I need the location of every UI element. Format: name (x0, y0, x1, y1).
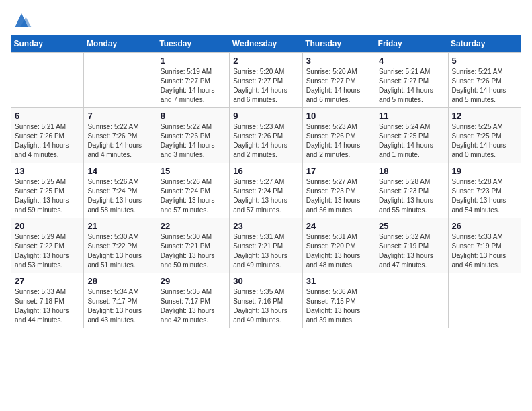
day-header-sunday: Sunday (11, 35, 84, 53)
day-number: 12 (452, 111, 517, 121)
calendar-cell: 29Sunrise: 5:35 AM Sunset: 7:17 PM Dayli… (157, 273, 229, 328)
day-number: 21 (87, 221, 152, 231)
calendar-cell: 23Sunrise: 5:31 AM Sunset: 7:21 PM Dayli… (230, 218, 302, 273)
day-detail: Sunrise: 5:22 AM Sunset: 7:26 PM Dayligh… (87, 122, 152, 160)
day-number: 17 (306, 166, 371, 176)
day-detail: Sunrise: 5:34 AM Sunset: 7:17 PM Dayligh… (87, 287, 152, 325)
day-number: 10 (306, 111, 371, 121)
calendar-cell: 16Sunrise: 5:27 AM Sunset: 7:24 PM Dayli… (230, 163, 302, 218)
day-detail: Sunrise: 5:33 AM Sunset: 7:19 PM Dayligh… (452, 232, 517, 270)
day-detail: Sunrise: 5:35 AM Sunset: 7:16 PM Dayligh… (233, 287, 298, 325)
day-number: 29 (161, 276, 226, 286)
day-detail: Sunrise: 5:25 AM Sunset: 7:25 PM Dayligh… (452, 122, 517, 160)
day-detail: Sunrise: 5:29 AM Sunset: 7:22 PM Dayligh… (15, 232, 80, 270)
day-detail: Sunrise: 5:28 AM Sunset: 7:23 PM Dayligh… (452, 177, 517, 215)
calendar-table: SundayMondayTuesdayWednesdayThursdayFrid… (11, 35, 521, 328)
day-detail: Sunrise: 5:27 AM Sunset: 7:24 PM Dayligh… (233, 177, 298, 215)
calendar-cell: 6Sunrise: 5:21 AM Sunset: 7:26 PM Daylig… (11, 108, 84, 163)
day-number: 9 (233, 111, 298, 121)
calendar-week-5: 27Sunrise: 5:33 AM Sunset: 7:18 PM Dayli… (11, 273, 521, 328)
calendar-cell: 27Sunrise: 5:33 AM Sunset: 7:18 PM Dayli… (11, 273, 84, 328)
day-number: 8 (161, 111, 226, 121)
calendar-cell: 21Sunrise: 5:30 AM Sunset: 7:22 PM Dayli… (84, 218, 157, 273)
day-number: 18 (379, 166, 444, 176)
calendar-week-4: 20Sunrise: 5:29 AM Sunset: 7:22 PM Dayli… (11, 218, 521, 273)
day-detail: Sunrise: 5:25 AM Sunset: 7:25 PM Dayligh… (15, 177, 80, 215)
calendar-cell (448, 273, 521, 328)
day-number: 15 (161, 166, 226, 176)
day-detail: Sunrise: 5:32 AM Sunset: 7:19 PM Dayligh… (379, 232, 444, 270)
day-number: 28 (87, 276, 152, 286)
day-detail: Sunrise: 5:26 AM Sunset: 7:24 PM Dayligh… (87, 177, 152, 215)
day-detail: Sunrise: 5:27 AM Sunset: 7:23 PM Dayligh… (306, 177, 371, 215)
logo (11, 11, 35, 30)
day-number: 25 (379, 221, 444, 231)
day-number: 31 (306, 276, 371, 286)
calendar-cell: 11Sunrise: 5:24 AM Sunset: 7:25 PM Dayli… (375, 108, 448, 163)
day-detail: Sunrise: 5:31 AM Sunset: 7:21 PM Dayligh… (233, 232, 298, 270)
calendar-cell: 15Sunrise: 5:26 AM Sunset: 7:24 PM Dayli… (157, 163, 229, 218)
day-number: 20 (15, 221, 80, 231)
calendar-cell (11, 53, 84, 108)
calendar-cell (84, 53, 157, 108)
calendar-cell: 10Sunrise: 5:23 AM Sunset: 7:26 PM Dayli… (302, 108, 375, 163)
day-detail: Sunrise: 5:21 AM Sunset: 7:26 PM Dayligh… (452, 67, 517, 105)
day-detail: Sunrise: 5:20 AM Sunset: 7:27 PM Dayligh… (233, 67, 298, 105)
day-number: 23 (233, 221, 298, 231)
day-number: 30 (233, 276, 298, 286)
logo-icon (11, 11, 32, 30)
calendar-week-3: 13Sunrise: 5:25 AM Sunset: 7:25 PM Dayli… (11, 163, 521, 218)
calendar-cell: 9Sunrise: 5:23 AM Sunset: 7:26 PM Daylig… (230, 108, 302, 163)
calendar-cell: 2Sunrise: 5:20 AM Sunset: 7:27 PM Daylig… (230, 53, 302, 108)
calendar-cell: 13Sunrise: 5:25 AM Sunset: 7:25 PM Dayli… (11, 163, 84, 218)
day-number: 26 (452, 221, 517, 231)
day-detail: Sunrise: 5:22 AM Sunset: 7:26 PM Dayligh… (161, 122, 226, 160)
calendar-cell: 19Sunrise: 5:28 AM Sunset: 7:23 PM Dayli… (448, 163, 521, 218)
calendar-cell: 8Sunrise: 5:22 AM Sunset: 7:26 PM Daylig… (157, 108, 229, 163)
day-detail: Sunrise: 5:28 AM Sunset: 7:23 PM Dayligh… (379, 177, 444, 215)
day-number: 14 (87, 166, 152, 176)
day-number: 22 (161, 221, 226, 231)
calendar-cell: 30Sunrise: 5:35 AM Sunset: 7:16 PM Dayli… (230, 273, 302, 328)
day-header-friday: Friday (375, 35, 448, 53)
calendar-cell (375, 273, 448, 328)
day-number: 16 (233, 166, 298, 176)
day-detail: Sunrise: 5:20 AM Sunset: 7:27 PM Dayligh… (306, 67, 371, 105)
calendar-cell: 12Sunrise: 5:25 AM Sunset: 7:25 PM Dayli… (448, 108, 521, 163)
day-number: 24 (306, 221, 371, 231)
day-number: 11 (379, 111, 444, 121)
calendar-cell: 5Sunrise: 5:21 AM Sunset: 7:26 PM Daylig… (448, 53, 521, 108)
calendar-cell: 22Sunrise: 5:30 AM Sunset: 7:21 PM Dayli… (157, 218, 229, 273)
day-detail: Sunrise: 5:33 AM Sunset: 7:18 PM Dayligh… (15, 287, 80, 325)
day-detail: Sunrise: 5:23 AM Sunset: 7:26 PM Dayligh… (233, 122, 298, 160)
calendar-cell: 17Sunrise: 5:27 AM Sunset: 7:23 PM Dayli… (302, 163, 375, 218)
calendar-header: SundayMondayTuesdayWednesdayThursdayFrid… (11, 35, 521, 53)
page-header (11, 11, 521, 30)
day-detail: Sunrise: 5:21 AM Sunset: 7:27 PM Dayligh… (379, 67, 444, 105)
day-number: 5 (452, 56, 517, 66)
day-number: 6 (15, 111, 80, 121)
day-detail: Sunrise: 5:21 AM Sunset: 7:26 PM Dayligh… (15, 122, 80, 160)
day-header-wednesday: Wednesday (230, 35, 302, 53)
calendar-cell: 28Sunrise: 5:34 AM Sunset: 7:17 PM Dayli… (84, 273, 157, 328)
day-header-tuesday: Tuesday (157, 35, 229, 53)
day-detail: Sunrise: 5:35 AM Sunset: 7:17 PM Dayligh… (161, 287, 226, 325)
calendar-cell: 3Sunrise: 5:20 AM Sunset: 7:27 PM Daylig… (302, 53, 375, 108)
day-number: 3 (306, 56, 371, 66)
calendar-cell: 14Sunrise: 5:26 AM Sunset: 7:24 PM Dayli… (84, 163, 157, 218)
day-number: 13 (15, 166, 80, 176)
day-detail: Sunrise: 5:30 AM Sunset: 7:22 PM Dayligh… (87, 232, 152, 270)
day-detail: Sunrise: 5:23 AM Sunset: 7:26 PM Dayligh… (306, 122, 371, 160)
calendar-cell: 20Sunrise: 5:29 AM Sunset: 7:22 PM Dayli… (11, 218, 84, 273)
day-detail: Sunrise: 5:31 AM Sunset: 7:20 PM Dayligh… (306, 232, 371, 270)
day-number: 1 (161, 56, 226, 66)
day-header-monday: Monday (84, 35, 157, 53)
calendar-cell: 31Sunrise: 5:36 AM Sunset: 7:15 PM Dayli… (302, 273, 375, 328)
day-detail: Sunrise: 5:24 AM Sunset: 7:25 PM Dayligh… (379, 122, 444, 160)
day-detail: Sunrise: 5:19 AM Sunset: 7:27 PM Dayligh… (161, 67, 226, 105)
calendar-cell: 1Sunrise: 5:19 AM Sunset: 7:27 PM Daylig… (157, 53, 229, 108)
calendar-week-2: 6Sunrise: 5:21 AM Sunset: 7:26 PM Daylig… (11, 108, 521, 163)
day-number: 7 (87, 111, 152, 121)
day-detail: Sunrise: 5:30 AM Sunset: 7:21 PM Dayligh… (161, 232, 226, 270)
day-detail: Sunrise: 5:36 AM Sunset: 7:15 PM Dayligh… (306, 287, 371, 325)
